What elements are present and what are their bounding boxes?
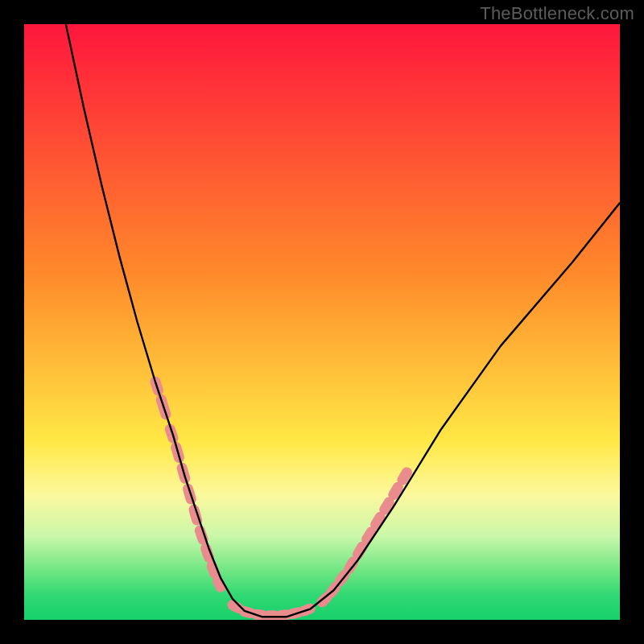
- right-ascent-dashes-dash: [394, 487, 398, 494]
- right-ascent-dashes-dash: [385, 502, 390, 510]
- right-ascent-dashes-dash: [376, 517, 381, 524]
- left-descent-dashes-dash: [218, 581, 221, 587]
- valley-floor-dash: [233, 605, 238, 609]
- right-ascent-dashes-dash: [367, 532, 372, 539]
- plot-area: [24, 24, 620, 620]
- valley-floor-dash: [280, 615, 286, 616]
- left-descent-dashes-dash: [212, 566, 215, 573]
- watermark-text: TheBottleneck.com: [480, 3, 634, 24]
- bottleneck-chart: [24, 24, 620, 620]
- gradient-background: [24, 24, 620, 620]
- right-ascent-dashes-dash: [402, 473, 407, 480]
